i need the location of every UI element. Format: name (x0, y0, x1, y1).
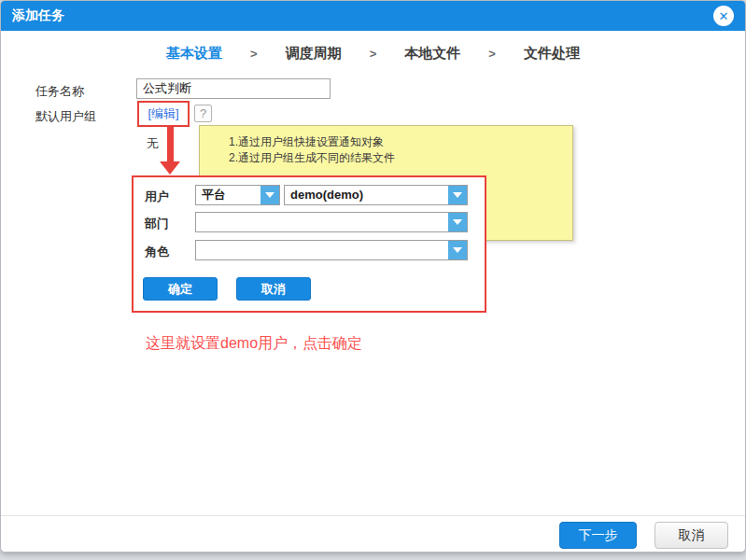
close-icon[interactable]: ✕ (713, 6, 734, 26)
user-group-current-value: 无 (147, 135, 159, 152)
tooltip-line: 1.通过用户组快捷设置通知对象 (229, 134, 563, 150)
annotation-arrow (167, 126, 174, 162)
tooltip-line: 2.通过用户组生成不同的结果文件 (229, 150, 563, 166)
titlebar: 添加任务 ✕ (1, 1, 745, 31)
next-step-button[interactable]: 下一步 (559, 522, 637, 549)
cancel-button[interactable]: 取消 (655, 522, 728, 549)
annotation-text: 这里就设置demo用户，点击确定 (146, 334, 362, 354)
user-select[interactable]: demo(demo) (284, 185, 468, 205)
step-basic-settings[interactable]: 基本设置 (166, 45, 222, 63)
task-name-input[interactable] (136, 78, 331, 99)
step-separator: > (370, 47, 377, 61)
department-select[interactable] (195, 212, 468, 232)
help-icon[interactable]: ? (194, 105, 212, 122)
department-row-label: 部门 (145, 216, 169, 232)
step-separator: > (488, 47, 496, 61)
step-nav: 基本设置 > 调度周期 > 本地文件 > 文件处理 (1, 45, 745, 63)
role-row-label: 角色 (145, 244, 169, 260)
platform-select[interactable]: 平台 (195, 185, 280, 205)
step-local-files[interactable]: 本地文件 (404, 45, 460, 63)
chevron-down-icon[interactable] (448, 186, 467, 204)
user-select-value: demo(demo) (285, 186, 467, 204)
chevron-down-icon[interactable] (448, 241, 467, 259)
user-picker-panel: 用户 平台 demo(demo) 部门 角色 确定 取消 (132, 175, 486, 313)
edit-link-highlight-box: [编辑] (137, 101, 190, 127)
annotation-arrow-head (160, 161, 180, 175)
edit-user-group-link[interactable]: [编辑] (148, 105, 178, 122)
user-row-label: 用户 (145, 189, 169, 205)
chevron-down-icon[interactable] (448, 213, 467, 231)
confirm-button[interactable]: 确定 (143, 277, 218, 301)
task-name-label: 任务名称 (35, 83, 84, 100)
role-select[interactable] (195, 240, 468, 260)
footer-divider (1, 515, 745, 516)
step-file-processing[interactable]: 文件处理 (524, 45, 580, 63)
chevron-down-icon[interactable] (260, 186, 279, 204)
picker-cancel-button[interactable]: 取消 (236, 277, 311, 301)
step-schedule-cycle[interactable]: 调度周期 (286, 45, 342, 63)
dialog-title: 添加任务 (12, 7, 64, 24)
step-separator: > (250, 47, 258, 61)
add-task-dialog: 添加任务 ✕ 基本设置 > 调度周期 > 本地文件 > 文件处理 任务名称 默认… (0, 0, 746, 553)
user-group-label: 默认用户组 (35, 108, 96, 125)
